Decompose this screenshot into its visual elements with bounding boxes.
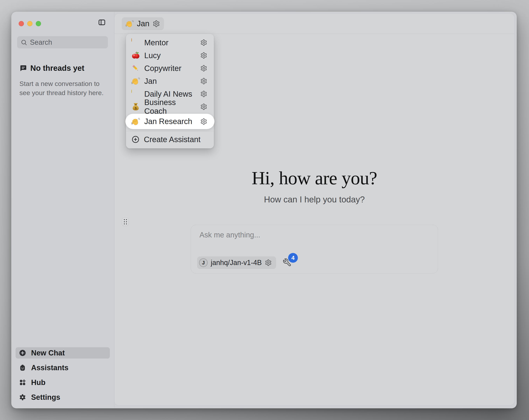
window-controls — [19, 21, 41, 26]
menu-item-label: Copywriter — [144, 64, 196, 73]
search-icon — [21, 39, 27, 46]
menu-item-business-coach[interactable]: Business Coach — [126, 100, 214, 113]
main-content-area: Jan Mentor Lucy Copywriter — [114, 14, 515, 405]
gear-icon[interactable] — [200, 39, 207, 46]
sidebar-toggle-button[interactable] — [97, 18, 106, 27]
nav-label: Hub — [31, 378, 45, 387]
sidebar-item-assistants[interactable]: Assistants — [15, 362, 110, 373]
sidebar-panel-icon — [98, 18, 106, 26]
sidebar-item-settings[interactable]: Settings — [15, 392, 110, 403]
red-apple-emoji — [132, 51, 140, 60]
sidebar-resize-handle[interactable] — [122, 218, 129, 226]
nav-label: New Chat — [31, 349, 65, 357]
sidebar-item-hub[interactable]: Hub — [15, 377, 110, 388]
greeting-heading: Hi, how are you? — [114, 167, 515, 189]
waving-hand-emoji — [126, 20, 134, 28]
zoom-button[interactable] — [36, 21, 41, 26]
waving-hand-emoji — [132, 117, 140, 126]
app-window: No threads yet Start a new conversation … — [11, 12, 517, 408]
search-field[interactable] — [17, 36, 108, 48]
gear-icon[interactable] — [200, 52, 207, 59]
close-button[interactable] — [19, 21, 24, 26]
sidebar-nav: New Chat Assistants Hub Settings — [15, 347, 110, 403]
menu-item-label: Business Coach — [144, 98, 196, 116]
empty-state-description: Start a new conversation to see your thr… — [19, 79, 107, 97]
create-assistant-button[interactable]: Create Assistant — [126, 133, 214, 146]
tools-button[interactable]: 4 — [283, 258, 292, 267]
menu-item-label: Daily AI News — [144, 90, 196, 98]
menu-item-label: Lucy — [144, 51, 196, 60]
welcome-block: Hi, how are you? How can I help you toda… — [114, 167, 515, 204]
gear-icon[interactable] — [200, 65, 207, 72]
menu-item-mentor[interactable]: Mentor — [126, 36, 214, 49]
threads-empty-state: No threads yet Start a new conversation … — [19, 64, 107, 97]
gear-icon[interactable] — [200, 103, 207, 110]
menu-item-label: Jan — [144, 77, 196, 86]
sidebar-item-new-chat[interactable]: New Chat — [15, 347, 110, 359]
empty-state-title: No threads yet — [30, 64, 84, 72]
money-bag-emoji — [132, 102, 140, 111]
bot-icon — [19, 364, 26, 372]
menu-item-copywriter[interactable]: Copywriter — [126, 62, 214, 75]
menu-item-lucy[interactable]: Lucy — [126, 49, 214, 62]
menu-item-jan[interactable]: Jan — [126, 75, 214, 87]
hub-grid-icon — [19, 379, 26, 386]
model-avatar: J — [199, 258, 208, 267]
nav-label: Settings — [31, 393, 60, 402]
greeting-subtitle: How can I help you today? — [114, 195, 515, 204]
minimize-button[interactable] — [27, 21, 32, 26]
chat-composer[interactable]: J janhq/Jan-v1-4B 4 — [191, 225, 438, 273]
chat-bubble-icon — [19, 64, 27, 72]
search-input[interactable] — [30, 38, 120, 46]
model-selector-button[interactable]: J janhq/Jan-v1-4B — [197, 257, 276, 269]
model-name: janhq/Jan-v1-4B — [211, 259, 262, 267]
gear-icon[interactable] — [200, 78, 207, 85]
current-assistant-label: Jan — [137, 19, 149, 28]
tools-count-badge: 4 — [288, 253, 298, 263]
gear-icon[interactable] — [200, 118, 207, 125]
menu-divider — [126, 131, 214, 131]
plus-circle-icon — [19, 349, 26, 357]
gear-icon[interactable] — [200, 90, 207, 97]
create-assistant-label: Create Assistant — [144, 135, 200, 144]
menu-item-label: Jan Research — [144, 117, 196, 126]
pencil-emoji — [132, 64, 140, 72]
circle-plus-icon — [132, 135, 140, 144]
assistant-settings-icon[interactable] — [153, 20, 160, 27]
nav-label: Assistants — [31, 364, 68, 372]
composer-toolbar: J janhq/Jan-v1-4B 4 — [197, 257, 292, 269]
sidebar: No threads yet Start a new conversation … — [11, 12, 114, 408]
yellow-circle-emoji — [132, 90, 140, 98]
desktop-background: No threads yet Start a new conversation … — [0, 0, 529, 420]
gear-icon — [19, 393, 26, 401]
menu-item-label: Mentor — [144, 38, 196, 47]
model-settings-icon[interactable] — [265, 259, 272, 266]
orange-circle-emoji — [132, 38, 140, 47]
assistant-selector-button[interactable]: Jan — [122, 17, 164, 30]
chat-input[interactable] — [199, 231, 429, 249]
assistant-dropdown-menu: Mentor Lucy Copywriter Jan — [126, 34, 214, 148]
chat-header: Jan — [114, 14, 515, 34]
menu-item-jan-research[interactable]: Jan Research — [125, 114, 214, 129]
waving-hand-emoji — [132, 77, 140, 85]
